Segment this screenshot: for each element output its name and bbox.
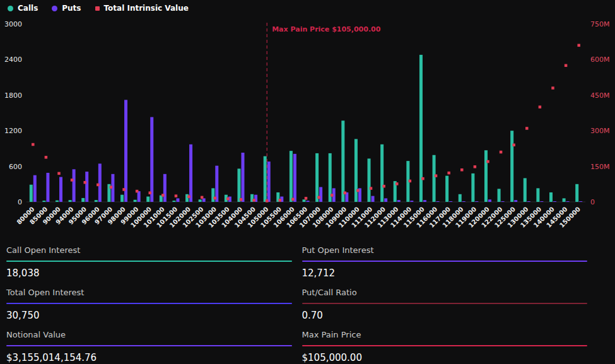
intrinsic-value-point[interactable] <box>32 143 35 146</box>
intrinsic-value-point[interactable] <box>71 179 74 182</box>
put-bar[interactable] <box>488 199 491 202</box>
intrinsic-value-point[interactable] <box>512 144 515 147</box>
intrinsic-value-point[interactable] <box>382 185 385 188</box>
intrinsic-value-point[interactable] <box>148 191 151 194</box>
intrinsic-value-point[interactable] <box>317 196 320 199</box>
put-bar[interactable] <box>73 169 76 202</box>
put-bar[interactable] <box>124 100 127 202</box>
call-bar[interactable] <box>315 153 319 202</box>
call-bar[interactable] <box>303 199 306 202</box>
intrinsic-value-point[interactable] <box>421 177 425 180</box>
put-bar[interactable] <box>423 200 426 202</box>
put-bar[interactable] <box>579 201 582 202</box>
put-bar[interactable] <box>501 201 505 202</box>
call-bar[interactable] <box>199 199 202 202</box>
call-bar[interactable] <box>563 198 566 202</box>
put-bar[interactable] <box>215 166 218 202</box>
intrinsic-value-point[interactable] <box>551 86 554 90</box>
put-bar[interactable] <box>372 196 375 202</box>
put-bar[interactable] <box>462 201 466 202</box>
intrinsic-value-point[interactable] <box>539 105 542 109</box>
put-bar[interactable] <box>33 175 37 202</box>
intrinsic-value-point[interactable] <box>409 180 412 183</box>
put-bar[interactable] <box>163 174 167 202</box>
put-bar[interactable] <box>59 177 62 202</box>
put-bar[interactable] <box>397 200 401 202</box>
intrinsic-value-point[interactable] <box>435 174 438 177</box>
intrinsic-value-point[interactable] <box>395 182 399 185</box>
call-bar[interactable] <box>510 131 513 202</box>
intrinsic-value-point[interactable] <box>486 160 489 163</box>
put-bar[interactable] <box>138 191 141 202</box>
put-bar[interactable] <box>566 201 570 202</box>
intrinsic-value-point[interactable] <box>161 194 165 197</box>
put-bar[interactable] <box>150 117 153 202</box>
put-bar[interactable] <box>410 201 413 202</box>
call-bar[interactable] <box>524 178 527 202</box>
put-bar[interactable] <box>475 201 478 202</box>
intrinsic-value-point[interactable] <box>305 197 308 200</box>
intrinsic-value-point[interactable] <box>175 194 178 197</box>
intrinsic-value-point[interactable] <box>356 189 360 192</box>
put-bar[interactable] <box>540 201 543 202</box>
call-bar[interactable] <box>30 185 33 202</box>
put-bar[interactable] <box>527 201 530 202</box>
intrinsic-value-point[interactable] <box>577 44 580 47</box>
intrinsic-value-point[interactable] <box>344 191 347 194</box>
intrinsic-value-point[interactable] <box>45 156 48 159</box>
intrinsic-value-point[interactable] <box>525 127 529 130</box>
intrinsic-value-point[interactable] <box>97 184 100 187</box>
call-bar[interactable] <box>484 150 488 202</box>
intrinsic-value-point[interactable] <box>500 151 503 154</box>
legend-item-calls[interactable]: Calls <box>8 4 38 13</box>
put-bar[interactable] <box>293 154 296 202</box>
put-bar[interactable] <box>85 172 88 202</box>
put-bar[interactable] <box>307 201 310 202</box>
call-bar[interactable] <box>81 198 85 202</box>
intrinsic-value-point[interactable] <box>291 198 295 201</box>
intrinsic-value-point[interactable] <box>331 194 334 197</box>
call-bar[interactable] <box>146 197 149 202</box>
call-bar[interactable] <box>290 151 293 202</box>
put-bar[interactable] <box>98 163 102 202</box>
call-bar[interactable] <box>134 200 137 202</box>
intrinsic-value-point[interactable] <box>201 196 204 199</box>
put-bar[interactable] <box>319 187 322 203</box>
intrinsic-value-point[interactable] <box>474 165 477 168</box>
put-bar[interactable] <box>514 200 517 202</box>
call-bar[interactable] <box>237 168 240 202</box>
call-bar[interactable] <box>575 184 578 202</box>
call-bar[interactable] <box>354 139 358 202</box>
intrinsic-value-point[interactable] <box>214 197 217 200</box>
call-bar[interactable] <box>120 195 124 202</box>
call-bar[interactable] <box>211 188 214 202</box>
put-bar[interactable] <box>436 201 440 202</box>
put-bar[interactable] <box>267 161 271 202</box>
put-bar[interactable] <box>46 173 49 202</box>
intrinsic-value-point[interactable] <box>122 188 126 191</box>
call-bar[interactable] <box>368 158 371 202</box>
call-bar[interactable] <box>264 156 267 202</box>
call-bar[interactable] <box>172 201 175 202</box>
intrinsic-value-point[interactable] <box>252 199 255 202</box>
call-bar[interactable] <box>56 201 59 202</box>
put-bar[interactable] <box>449 201 452 202</box>
intrinsic-value-point[interactable] <box>565 64 568 68</box>
intrinsic-value-point[interactable] <box>370 187 373 190</box>
intrinsic-value-point[interactable] <box>83 181 86 184</box>
intrinsic-value-point[interactable] <box>226 197 230 201</box>
put-bar[interactable] <box>202 198 206 202</box>
call-bar[interactable] <box>445 176 448 202</box>
intrinsic-value-point[interactable] <box>447 172 450 175</box>
call-bar[interactable] <box>42 201 45 202</box>
put-bar[interactable] <box>553 201 556 202</box>
intrinsic-value-point[interactable] <box>460 168 464 172</box>
legend-item-total-intrinsic-value[interactable]: Total Intrinsic Value <box>95 4 189 13</box>
call-bar[interactable] <box>380 144 384 202</box>
intrinsic-value-point[interactable] <box>187 195 190 198</box>
put-bar[interactable] <box>189 144 192 202</box>
call-bar[interactable] <box>69 200 72 202</box>
call-bar[interactable] <box>536 188 539 202</box>
call-bar[interactable] <box>471 173 474 202</box>
call-bar[interactable] <box>433 155 436 202</box>
